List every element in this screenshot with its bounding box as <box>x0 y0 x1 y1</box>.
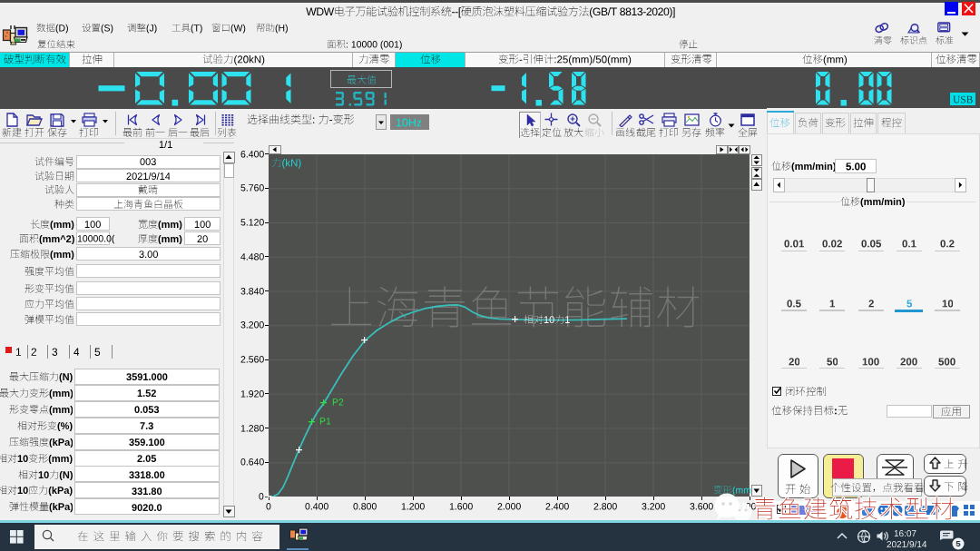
svg-text:5: 5 <box>956 538 961 548</box>
